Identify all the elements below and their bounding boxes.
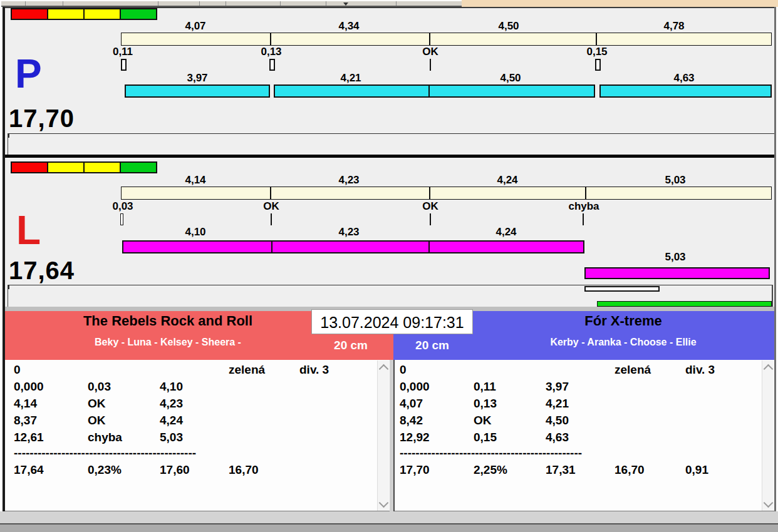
lane-l-dog4-bar [584, 267, 770, 279]
lane-l-status-lights [11, 161, 157, 173]
lane-p-label: P [15, 54, 42, 94]
lane-l-dev-4: chyba [568, 200, 599, 213]
lane-l-upper-bar [121, 187, 772, 200]
lane-l-baseline [8, 285, 773, 285]
toolbar-separator [199, 1, 200, 6]
lane-p-dev-1: 0,11 [113, 46, 133, 58]
table-cell: 0 [14, 363, 21, 377]
race-timing-window: 4,07 4,34 4,50 4,78 0,11 0,13 OK 0,15 P … [0, 0, 778, 532]
lane-p-upper-split-2: 4,34 [338, 20, 359, 33]
table-separator: ----------------------------------------… [14, 446, 196, 460]
right-table-scrollbar[interactable] [762, 361, 774, 511]
lane-l-tick-marker-1 [120, 213, 123, 225]
baseline-tick [8, 134, 9, 138]
lane-p-dog1-bar [125, 84, 270, 98]
toolbar-separator [280, 1, 281, 6]
lane-l-upper-split-1: 4,14 [185, 174, 205, 187]
team-left-dogs: Beky - Luna - Kelsey - Sheera - [18, 337, 318, 348]
lane-p-tick-marker-4 [595, 59, 601, 71]
left-table-scrollbar[interactable] [377, 361, 389, 511]
table-cell: div. 3 [299, 363, 329, 377]
table-divider [390, 360, 395, 511]
table-cell: zelená [229, 363, 265, 377]
lane-l-dev-2: OK [263, 200, 279, 213]
table-cell: 5,03 [160, 431, 183, 444]
toolbar-tan-area [462, 0, 778, 7]
lane-l-tick-marker-4 [583, 213, 584, 225]
table-cell: 4,50 [546, 414, 569, 427]
bottom-statusbar [0, 524, 778, 532]
lane-p-upper-split-3: 4,50 [498, 20, 519, 33]
rerun-green-bar [597, 301, 772, 307]
toolbar-separator [326, 1, 326, 6]
total-best: 16,70 [615, 463, 645, 477]
lane-l-tick-marker-2 [271, 213, 272, 225]
baseline-tick [8, 285, 9, 289]
total-diff: 0,91 [685, 463, 708, 477]
lane-l-lower-split-2: 4,23 [338, 226, 359, 238]
lane-l-lower-split-1: 4,10 [185, 226, 205, 238]
panel-edge [772, 285, 773, 307]
table-cell: 0,000 [14, 380, 44, 394]
status-light-green [120, 161, 157, 173]
scroll-down-icon[interactable] [764, 498, 774, 508]
total-percent: 0,23% [88, 463, 122, 477]
total-time: 17,70 [400, 463, 430, 477]
table-cell: 12,92 [400, 431, 430, 444]
toolbar-separator [63, 1, 63, 6]
total-net: 17,60 [160, 463, 190, 477]
lane-p-status-lights [11, 8, 157, 20]
table-cell: 0,11 [474, 380, 496, 394]
lane-p-tick-marker-1 [121, 59, 127, 71]
lane-p-dev-4: 0,15 [586, 46, 607, 58]
result-list-left[interactable]: 0 zelená div. 3 0,000 0,03 4,10 4,14 OK … [5, 360, 390, 511]
team-right-dogs: Kerby - Aranka - Choose - Ellie [476, 337, 770, 348]
table-cell: chyba [88, 431, 122, 444]
lane-p-baseline [8, 133, 774, 134]
lane-l-dog123-bar [122, 240, 584, 253]
scroll-up-icon[interactable] [379, 364, 389, 374]
table-cell: 4,10 [160, 380, 183, 394]
table-cell: 0 [400, 363, 407, 377]
lane-p-lower-split-4: 4,63 [673, 72, 694, 84]
table-cell: 0,000 [400, 380, 430, 394]
scroll-down-icon[interactable] [379, 498, 389, 508]
table-cell: 12,61 [14, 431, 44, 444]
lane-l-upper-split-2: 4,23 [338, 174, 359, 187]
lane-p-upper-split-1: 4,07 [185, 20, 205, 33]
toolbar-dropdown-arrow-icon[interactable] [343, 3, 348, 6]
lane-l-label: L [16, 210, 41, 250]
team-right-name: Fór X-treme [476, 313, 770, 329]
status-light-red [11, 8, 48, 20]
table-cell: 0,13 [474, 397, 497, 411]
status-light-yellow-2 [83, 161, 121, 173]
segment-divider [428, 242, 430, 252]
lane-p-dev-3: OK [422, 46, 438, 58]
result-list-right[interactable]: 0 zelená div. 3 0,000 0,11 3,97 4,07 0,1… [395, 360, 774, 511]
segment-divider [271, 242, 272, 252]
lane-l-dev-1: 0,03 [112, 200, 133, 213]
total-net: 17,31 [546, 463, 576, 477]
lane-p-lower-split-2: 4,21 [340, 72, 361, 84]
table-cell: 4,23 [160, 397, 183, 411]
toolbar-strip[interactable] [1, 1, 462, 7]
panel-edge [8, 285, 8, 307]
scroll-up-icon[interactable] [764, 364, 774, 374]
table-cell: OK [88, 414, 106, 427]
lane-p-total-time: 17,70 [9, 106, 75, 131]
lane-p-tick-marker-3 [430, 59, 431, 71]
toolbar-separator [396, 1, 397, 6]
lane-l-tick-marker-3 [430, 213, 431, 225]
total-percent: 2,25% [474, 463, 507, 477]
toolbar-separator [25, 1, 26, 6]
table-cell: 4,24 [160, 414, 183, 427]
table-cell: 4,63 [546, 431, 569, 444]
status-light-yellow-1 [47, 8, 85, 20]
status-light-red [11, 161, 48, 173]
team-left-name: The Rebels Rock and Roll [18, 313, 318, 329]
table-cell: 4,14 [14, 397, 37, 411]
rerun-empty-bar [584, 286, 660, 292]
status-light-green [120, 8, 157, 20]
lane-l-total-time: 17,64 [9, 258, 75, 283]
lane-p-tick-marker-2 [269, 59, 275, 71]
